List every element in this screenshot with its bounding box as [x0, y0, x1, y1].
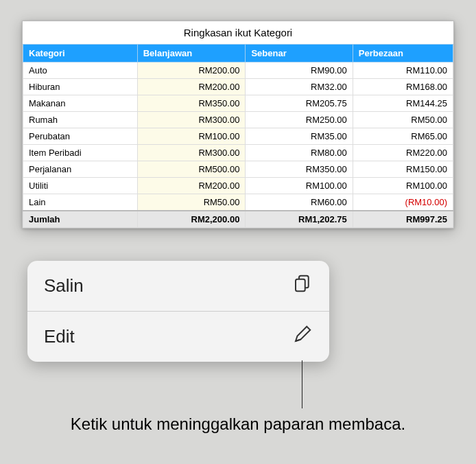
cell-diff: RM220.00: [353, 145, 453, 161]
cell-diff: RM144.25: [353, 95, 453, 112]
cell-budget: RM200.00: [137, 79, 246, 95]
copy-menu-item[interactable]: Salin: [27, 261, 329, 311]
cell-actual: RM250.00: [246, 112, 353, 128]
cell-diff: RM65.00: [353, 128, 453, 145]
col-kategori: Kategori: [23, 45, 138, 62]
cell-category: Utiliti: [23, 178, 138, 194]
cell-diff: (RM10.00): [353, 194, 453, 211]
cell-diff: RM150.00: [353, 161, 453, 178]
cell-budget: RM500.00: [137, 161, 246, 178]
table-header-row: Kategori Belanjawan Sebenar Perbezaan: [23, 45, 453, 62]
spreadsheet-sheet: Ringkasan ikut Kategori Kategori Belanja…: [22, 21, 454, 229]
cell-budget: RM100.00: [137, 128, 246, 145]
category-table: Kategori Belanjawan Sebenar Perbezaan Au…: [23, 44, 453, 228]
cell-category: Item Peribadi: [23, 145, 138, 161]
cell-actual: RM205.75: [246, 95, 353, 112]
cell-total-actual: RM1,202.75: [246, 211, 353, 228]
cell-actual: RM90.00: [246, 62, 353, 79]
table-row: PerubatanRM100.00RM35.00RM65.00: [23, 128, 453, 145]
cell-category: Rumah: [23, 112, 138, 128]
cell-diff: RM168.00: [353, 79, 453, 95]
cell-actual: RM60.00: [246, 194, 353, 211]
cell-category: Perjalanan: [23, 161, 138, 178]
cell-total-budget: RM2,200.00: [137, 211, 246, 228]
col-sebenar: Sebenar: [246, 45, 353, 62]
pencil-icon: [292, 324, 313, 349]
table-row: HiburanRM200.00RM32.00RM168.00: [23, 79, 453, 95]
cell-budget: RM300.00: [137, 145, 246, 161]
cell-actual: RM350.00: [246, 161, 353, 178]
table-row: UtilitiRM200.00RM100.00RM100.00: [23, 178, 453, 194]
svg-rect-1: [296, 279, 305, 292]
cell-budget: RM50.00: [137, 194, 246, 211]
cell-diff: RM100.00: [353, 178, 453, 194]
copy-label: Salin: [44, 275, 84, 297]
cell-category: Auto: [23, 62, 138, 79]
cell-total-diff: RM997.25: [353, 211, 453, 228]
cell-actual: RM32.00: [246, 79, 353, 95]
sheet-title: Ringkasan ikut Kategori: [23, 21, 453, 44]
table-row: LainRM50.00RM60.00(RM10.00): [23, 194, 453, 211]
cell-budget: RM350.00: [137, 95, 246, 112]
caption-text: Ketik untuk meninggalkan paparan membaca…: [69, 413, 407, 434]
cell-category: Hiburan: [23, 79, 138, 95]
table-row: MakananRM350.00RM205.75RM144.25: [23, 95, 453, 112]
cell-category: Lain: [23, 194, 138, 211]
table-row: Item PeribadiRM300.00RM80.00RM220.00: [23, 145, 453, 161]
cell-category: Makanan: [23, 95, 138, 112]
cell-actual: RM100.00: [246, 178, 353, 194]
cell-total-label: Jumlah: [23, 211, 138, 228]
cell-budget: RM300.00: [137, 112, 246, 128]
callout-line: [302, 360, 302, 408]
context-menu: Salin Edit: [27, 261, 329, 362]
copy-icon: [292, 273, 313, 299]
table-row: RumahRM300.00RM250.00RM50.00: [23, 112, 453, 128]
cell-actual: RM80.00: [246, 145, 353, 161]
cell-actual: RM35.00: [246, 128, 353, 145]
cell-diff: RM50.00: [353, 112, 453, 128]
cell-budget: RM200.00: [137, 62, 246, 79]
table-total-row: JumlahRM2,200.00RM1,202.75RM997.25: [23, 211, 453, 228]
edit-label: Edit: [44, 326, 75, 347]
col-perbezaan: Perbezaan: [353, 45, 453, 62]
cell-budget: RM200.00: [137, 178, 246, 194]
edit-menu-item[interactable]: Edit: [27, 311, 329, 362]
cell-diff: RM110.00: [353, 62, 453, 79]
table-row: PerjalananRM500.00RM350.00RM150.00: [23, 161, 453, 178]
col-belanjawan: Belanjawan: [137, 45, 246, 62]
cell-category: Perubatan: [23, 128, 138, 145]
table-row: AutoRM200.00RM90.00RM110.00: [23, 62, 453, 79]
